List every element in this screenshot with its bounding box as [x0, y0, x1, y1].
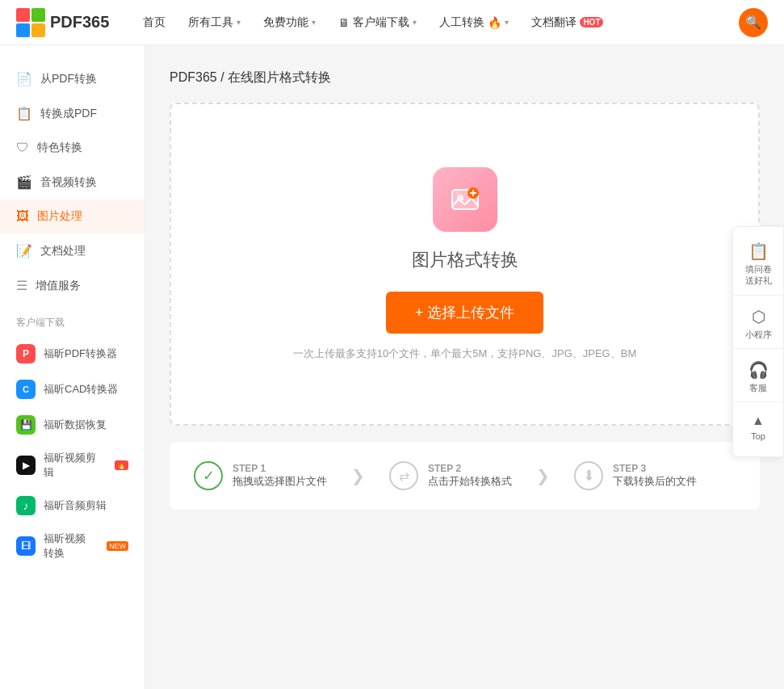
video-icon: 🎬 — [16, 174, 32, 190]
steps-bar: ✓ STEP 1 拖拽或选择图片文件 ❯ ⇄ STEP 2 点击开始转换格式 ❯… — [170, 442, 760, 510]
sidebar: 📄 从PDF转换 📋 转换成PDF 🛡 特色转换 🎬 音视频转换 🖼 图片处理 … — [0, 45, 145, 689]
sidebar-download-recovery[interactable]: 💾 福昕数据恢复 — [0, 407, 145, 443]
shield-icon: 🛡 — [16, 141, 29, 155]
upload-icon — [433, 167, 497, 232]
support-icon: 🎧 — [748, 360, 769, 380]
miniapp-icon: ⬡ — [752, 307, 765, 326]
image-icon: 🖼 — [16, 209, 29, 224]
panel-survey[interactable]: 📋 填问卷送好礼 — [733, 233, 783, 296]
panel-support[interactable]: 🎧 客服 — [733, 352, 783, 402]
sidebar-item-doc[interactable]: 📝 文档处理 — [0, 233, 145, 268]
nav-tools[interactable]: 所有工具 ▾ — [178, 11, 250, 35]
main-nav: 首页 所有工具 ▾ 免费功能 ▾ 🖥 客户端下载 ▾ 人工转换 🔥 ▾ 文档翻译… — [133, 11, 739, 35]
upload-title: 图片格式转换 — [412, 248, 518, 272]
panel-miniapp[interactable]: ⬡ 小程序 — [733, 299, 783, 349]
recovery-icon: 💾 — [16, 415, 36, 435]
step-3: ⬇ STEP 3 下载转换后的文件 — [574, 461, 697, 490]
panel-top-button[interactable]: ▲ Top — [733, 405, 783, 450]
main-content: PDF365 / 在线图片格式转换 图片格式转换 + 选择上传文件 一次上传最多… — [145, 45, 784, 689]
chevron-down-icon: ▾ — [505, 18, 509, 27]
step-1-check-icon: ✓ — [194, 461, 223, 490]
step-1-info: STEP 1 拖拽或选择图片文件 — [233, 463, 327, 489]
logo-text: PDF365 — [50, 13, 109, 32]
sidebar-item-image[interactable]: 🖼 图片处理 — [0, 200, 145, 233]
chevron-down-icon: ▾ — [312, 18, 316, 27]
hot-badge: 🔥 — [115, 460, 128, 470]
video-convert-icon: 🎞 — [16, 536, 36, 556]
top-arrow-icon: ▲ — [752, 414, 765, 428]
nav-translate[interactable]: 文档翻译 HOT — [522, 11, 613, 35]
sidebar-download-cad[interactable]: C 福昕CAD转换器 — [0, 372, 145, 407]
audio-edit-icon: ♪ — [16, 496, 36, 515]
sidebar-item-from-pdf[interactable]: 📄 从PDF转换 — [0, 61, 145, 96]
header: PDF365 首页 所有工具 ▾ 免费功能 ▾ 🖥 客户端下载 ▾ 人工转换 🔥… — [0, 0, 784, 45]
chevron-down-icon: ▾ — [413, 18, 417, 27]
step-2-convert-icon: ⇄ — [389, 461, 418, 490]
search-icon: 🔍 — [745, 15, 761, 30]
sidebar-download-pdf[interactable]: P 福昕PDF转换器 — [0, 336, 145, 372]
logo[interactable]: PDF365 — [16, 8, 109, 37]
nav-free[interactable]: 免费功能 ▾ — [254, 11, 325, 35]
fire-icon: 🔥 — [488, 16, 501, 29]
upload-button[interactable]: + 选择上传文件 — [386, 292, 544, 334]
sidebar-item-special[interactable]: 🛡 特色转换 — [0, 131, 145, 165]
sidebar-item-to-pdf[interactable]: 📋 转换成PDF — [0, 96, 145, 131]
pdf-converter-icon: P — [16, 344, 36, 363]
from-pdf-icon: 📄 — [16, 71, 32, 86]
sidebar-download-video-edit[interactable]: ▶ 福昕视频剪辑 🔥 — [0, 443, 145, 488]
video-edit-icon: ▶ — [16, 456, 36, 475]
sidebar-download-video-convert[interactable]: 🎞 福昕视频转换 NEW — [0, 523, 145, 569]
nav-home[interactable]: 首页 — [133, 11, 175, 35]
layout: 📄 从PDF转换 📋 转换成PDF 🛡 特色转换 🎬 音视频转换 🖼 图片处理 … — [0, 45, 784, 689]
step-1: ✓ STEP 1 拖拽或选择图片文件 — [194, 461, 327, 490]
step-arrow-1: ❯ — [351, 466, 365, 485]
step-3-info: STEP 3 下载转换后的文件 — [613, 463, 697, 489]
screen-icon: 🖥 — [338, 16, 350, 29]
download-section-title: 客户端下载 — [0, 303, 145, 336]
hot-badge: HOT — [580, 17, 603, 27]
nav-download[interactable]: 🖥 客户端下载 ▾ — [329, 11, 426, 35]
step-arrow-2: ❯ — [536, 466, 550, 485]
upload-hint: 一次上传最多支持10个文件，单个最大5M，支持PNG、JPG、JPEG、BM — [293, 347, 636, 361]
to-pdf-icon: 📋 — [16, 106, 32, 121]
step-3-download-icon: ⬇ — [574, 461, 603, 490]
sidebar-item-vip[interactable]: ☰ 增值服务 — [0, 268, 145, 303]
sidebar-download-audio[interactable]: ♪ 福昕音频剪辑 — [0, 488, 145, 523]
survey-icon: 📋 — [748, 242, 769, 261]
doc-icon: 📝 — [16, 243, 32, 258]
chevron-down-icon: ▾ — [237, 18, 241, 27]
upload-area[interactable]: 图片格式转换 + 选择上传文件 一次上传最多支持10个文件，单个最大5M，支持P… — [170, 103, 760, 426]
breadcrumb: PDF365 / 在线图片格式转换 — [170, 69, 760, 86]
nav-manual[interactable]: 人工转换 🔥 ▾ — [430, 11, 518, 35]
right-floating-panel: 📋 填问卷送好礼 ⬡ 小程序 🎧 客服 ▲ Top — [732, 226, 784, 457]
cad-converter-icon: C — [16, 380, 36, 399]
search-button[interactable]: 🔍 — [739, 8, 768, 37]
list-icon: ☰ — [16, 278, 27, 293]
step-2-info: STEP 2 点击开始转换格式 — [428, 463, 512, 489]
logo-icon — [16, 8, 45, 37]
step-2: ⇄ STEP 2 点击开始转换格式 — [389, 461, 512, 490]
sidebar-item-av[interactable]: 🎬 音视频转换 — [0, 165, 145, 200]
new-badge: NEW — [107, 541, 128, 551]
